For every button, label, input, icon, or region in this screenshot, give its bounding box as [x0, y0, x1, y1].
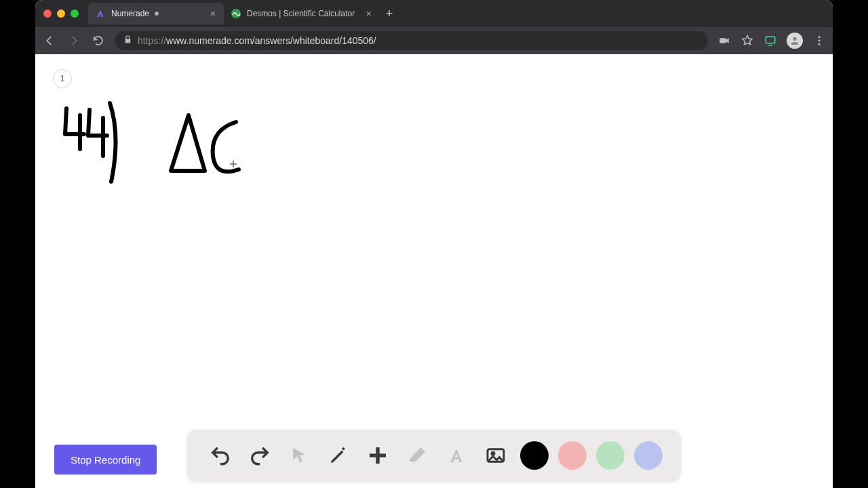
unsaved-indicator: [155, 12, 159, 16]
address-bar: https://www.numerade.com/answers/whitebo…: [35, 27, 833, 54]
svg-rect-11: [370, 453, 386, 457]
color-swatch-green[interactable]: [596, 441, 625, 470]
whiteboard-canvas[interactable]: [35, 54, 833, 488]
close-tab-button[interactable]: ×: [209, 8, 217, 19]
cast-icon[interactable]: [764, 34, 777, 47]
maximize-window-button[interactable]: [71, 9, 79, 18]
favicon-numerade: [95, 8, 106, 19]
url-input[interactable]: https://www.numerade.com/answers/whitebo…: [115, 31, 708, 50]
back-button[interactable]: [42, 33, 57, 48]
svg-point-7: [818, 43, 821, 45]
color-swatch-black[interactable]: [520, 441, 549, 470]
svg-point-13: [492, 452, 494, 455]
svg-point-6: [818, 40, 821, 42]
tab-strip: Numerade × Desmos | Scientific Calculato…: [88, 0, 399, 27]
title-bar: Numerade × Desmos | Scientific Calculato…: [35, 0, 833, 27]
url-text: https://www.numerade.com/answers/whitebo…: [138, 35, 376, 46]
bookmark-star-icon[interactable]: [741, 34, 754, 47]
svg-rect-3: [766, 37, 775, 43]
camera-icon[interactable]: [717, 34, 731, 47]
text-tool[interactable]: [441, 441, 471, 470]
pointer-tool[interactable]: [284, 441, 314, 470]
redo-button[interactable]: [245, 441, 275, 470]
whiteboard-toolbar: [187, 430, 681, 481]
tab-title: Desmos | Scientific Calculator: [247, 9, 355, 18]
image-tool[interactable]: [481, 441, 511, 470]
svg-point-5: [818, 36, 821, 38]
stop-recording-button[interactable]: Stop Recording: [54, 445, 157, 474]
tab-title: Numerade: [111, 9, 149, 18]
lock-icon: [123, 35, 132, 46]
address-bar-actions: [717, 33, 826, 49]
reload-button[interactable]: [91, 33, 106, 48]
close-window-button[interactable]: [43, 9, 52, 18]
color-swatch-blue[interactable]: [634, 441, 663, 470]
profile-avatar[interactable]: [787, 33, 803, 49]
color-swatch-red[interactable]: [558, 441, 587, 470]
svg-marker-0: [97, 10, 104, 17]
add-tool[interactable]: [363, 441, 393, 470]
tab-desmos[interactable]: Desmos | Scientific Calculator ×: [224, 3, 380, 24]
svg-point-4: [793, 37, 796, 41]
undo-button[interactable]: [205, 441, 235, 470]
page-content: 1 Stop Recording: [35, 54, 833, 488]
favicon-desmos: [231, 8, 241, 19]
forward-button[interactable]: [66, 33, 81, 48]
new-tab-button[interactable]: +: [380, 4, 399, 23]
pen-tool[interactable]: [323, 441, 353, 470]
close-tab-button[interactable]: ×: [365, 8, 373, 19]
kebab-menu-icon[interactable]: [812, 34, 826, 47]
browser-window: Numerade × Desmos | Scientific Calculato…: [35, 0, 833, 488]
tab-numerade[interactable]: Numerade ×: [88, 3, 224, 24]
minimize-window-button[interactable]: [57, 9, 65, 18]
svg-rect-2: [719, 38, 726, 43]
eraser-tool[interactable]: [402, 441, 432, 470]
window-controls: [43, 9, 79, 18]
